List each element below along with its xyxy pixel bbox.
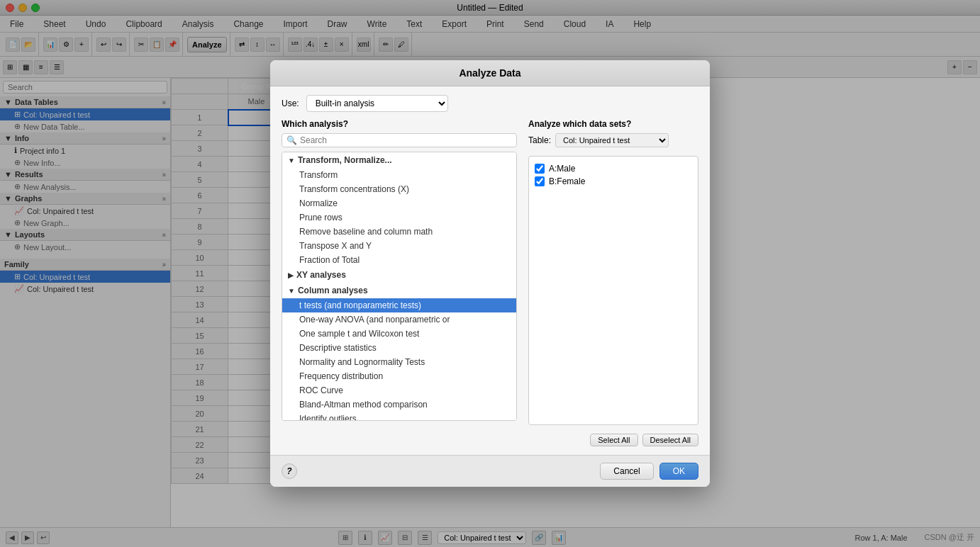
tree-item[interactable]: Frequency distribution	[282, 369, 516, 383]
deselect-all-button[interactable]: Deselect All	[642, 434, 698, 446]
table-select-row: Table: Col: Unpaired t test	[528, 133, 698, 147]
dataset-label: A:Male	[549, 164, 575, 174]
dataset-checkbox[interactable]	[535, 164, 545, 174]
modal-body: Use: Built-in analysis Which analysis? 🔍…	[270, 86, 710, 455]
analysis-search-input[interactable]	[300, 135, 512, 145]
tree-item[interactable]: Normalize	[282, 196, 516, 210]
analysis-column: Which analysis? 🔍 ▼Transform, Normalize.…	[282, 119, 517, 446]
tree-item[interactable]: Fraction of Total	[282, 253, 516, 267]
analysis-tree: ▼Transform, Normalize...TransformTransfo…	[282, 152, 517, 421]
tree-arrow: ▶	[288, 271, 294, 279]
select-all-button[interactable]: Select All	[590, 434, 637, 446]
help-button[interactable]: ?	[282, 463, 297, 479]
tree-item[interactable]: Transpose X and Y	[282, 239, 516, 253]
tree-item[interactable]: Descriptive statistics	[282, 341, 516, 355]
modal-title: Analyze Data	[270, 60, 710, 86]
tree-item[interactable]: ROC Curve	[282, 383, 516, 397]
cancel-button[interactable]: Cancel	[600, 463, 653, 480]
tree-item[interactable]: One-way ANOVA (and nonparametric or	[282, 312, 516, 327]
which-analysis-label: Which analysis?	[282, 119, 517, 129]
tree-arrow: ▼	[288, 157, 295, 164]
tree-group-xy-analyses[interactable]: ▶XY analyses	[282, 267, 516, 283]
datasets-column: Analyze which data sets? Table: Col: Unp…	[528, 119, 698, 446]
tree-arrow: ▼	[288, 287, 295, 295]
analysis-search-box: 🔍	[282, 133, 517, 147]
select-deselect-btns: Select All Deselect All	[528, 434, 698, 446]
datasets-list: A:MaleB:Female	[528, 156, 698, 425]
use-select[interactable]: Built-in analysis	[306, 95, 448, 112]
tree-item[interactable]: Transform	[282, 168, 516, 182]
tree-group-column-analyses[interactable]: ▼Column analyses	[282, 283, 516, 298]
dataset-checkbox[interactable]	[535, 176, 545, 186]
modal-footer: ? Cancel OK	[270, 455, 710, 487]
analyze-data-modal: Analyze Data Use: Built-in analysis Whic…	[270, 60, 710, 487]
tree-group-transform,-normalize[interactable]: ▼Transform, Normalize...	[282, 152, 516, 168]
dataset-label: B:Female	[549, 176, 585, 186]
modal-overlay: Analyze Data Use: Built-in analysis Whic…	[0, 0, 980, 547]
dataset-item: B:Female	[535, 175, 692, 188]
modal-footer-left: ?	[282, 463, 297, 479]
table-select[interactable]: Col: Unpaired t test	[555, 133, 669, 147]
use-label: Use:	[282, 98, 299, 108]
use-row: Use: Built-in analysis	[282, 95, 698, 112]
ok-button[interactable]: OK	[659, 463, 698, 480]
tree-item[interactable]: One sample t and Wilcoxon test	[282, 327, 516, 341]
tree-item[interactable]: Prune rows	[282, 210, 516, 225]
tree-item[interactable]: Transform concentrations (X)	[282, 182, 516, 196]
tree-item[interactable]: Bland-Altman method comparison	[282, 397, 516, 412]
analyze-datasets-label: Analyze which data sets?	[528, 119, 698, 129]
modal-footer-right: Cancel OK	[600, 463, 698, 480]
tree-item[interactable]: Identify outliers	[282, 412, 516, 421]
table-label: Table:	[528, 135, 551, 145]
search-icon: 🔍	[286, 135, 297, 145]
tree-item[interactable]: Normality and Lognormality Tests	[282, 355, 516, 369]
dataset-item: A:Male	[535, 162, 692, 175]
tree-item[interactable]: Remove baseline and column math	[282, 225, 516, 239]
modal-columns: Which analysis? 🔍 ▼Transform, Normalize.…	[282, 119, 698, 446]
tree-item[interactable]: t tests (and nonparametric tests)	[282, 298, 516, 312]
